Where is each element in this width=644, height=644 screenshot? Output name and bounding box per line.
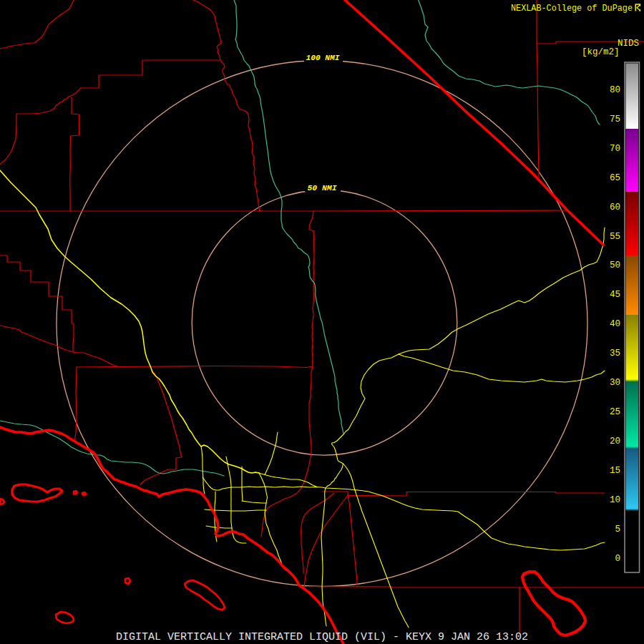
svg-text:25: 25 xyxy=(610,407,620,417)
svg-text:DIGITAL VERTICALLY INTEGRATED: DIGITAL VERTICALLY INTEGRATED LIQUID (VI… xyxy=(116,631,528,643)
svg-text:35: 35 xyxy=(610,348,620,358)
svg-text:65: 65 xyxy=(610,173,620,183)
svg-text:80: 80 xyxy=(610,85,620,95)
svg-text:50: 50 xyxy=(610,260,620,270)
svg-text:45: 45 xyxy=(610,290,620,300)
svg-text:[kg/m2]: [kg/m2] xyxy=(582,47,620,57)
svg-text:60: 60 xyxy=(610,203,620,213)
svg-text:15: 15 xyxy=(610,466,620,476)
svg-text:5: 5 xyxy=(615,525,620,535)
svg-text:50 NMI: 50 NMI xyxy=(308,183,337,192)
svg-text:NEXLAB-College of DuPage: NEXLAB-College of DuPage xyxy=(511,4,633,14)
svg-text:100 NMI: 100 NMI xyxy=(306,53,340,62)
svg-text:30: 30 xyxy=(610,378,620,388)
svg-text:55: 55 xyxy=(610,232,620,242)
svg-text:10: 10 xyxy=(610,495,620,505)
svg-text:75: 75 xyxy=(610,114,620,125)
svg-text:40: 40 xyxy=(610,319,620,329)
svg-text:20: 20 xyxy=(610,436,620,447)
svg-text:70: 70 xyxy=(610,144,620,154)
svg-text:NIDS: NIDS xyxy=(618,39,639,49)
svg-text:0: 0 xyxy=(615,554,620,564)
